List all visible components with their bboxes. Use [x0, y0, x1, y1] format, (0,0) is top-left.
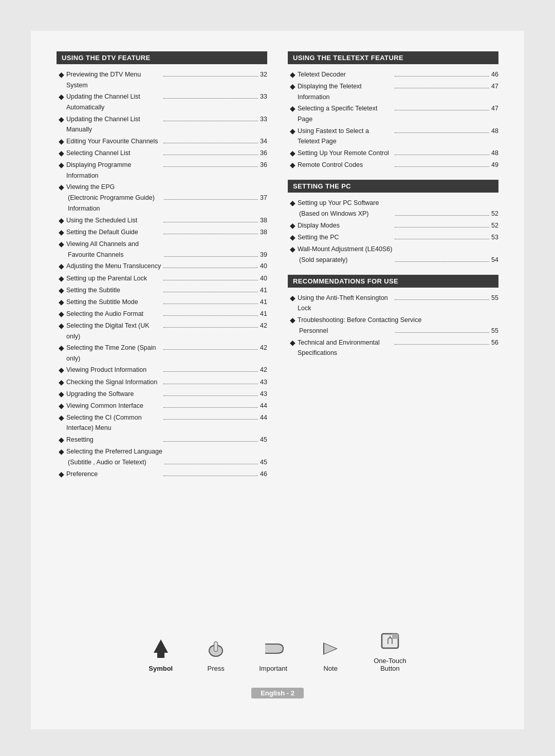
toc-page-num: 41	[260, 285, 267, 296]
footer-note: Note	[318, 636, 343, 672]
toc-item-text: Selecting the CI (Common Interface) Menu	[66, 412, 161, 433]
toc-item: ◆Setting the Default Guide38	[57, 226, 267, 238]
note-label: Note	[323, 665, 337, 672]
teletext-items: ◆Teletext Decoder46◆Displaying the Telet…	[288, 68, 498, 171]
bullet-icon: ◆	[290, 81, 295, 92]
toc-sub-item: (Electronic Programme Guide) Information…	[68, 193, 267, 214]
toc-page-num: 36	[260, 160, 267, 171]
toc-item-text: Remote Control Codes	[298, 160, 393, 171]
bullet-icon: ◆	[290, 292, 295, 304]
toc-page-num: 45	[260, 434, 267, 445]
toc-item: ◆Technical and Environmental Specificati…	[288, 336, 498, 358]
toc-page-num: 33	[260, 91, 267, 102]
toc-page-num: 55	[491, 293, 498, 304]
page: USING THE DTV FEATURE ◆Previewing the DT…	[31, 31, 524, 729]
toc-sub-item: (Sold separately)54	[299, 255, 498, 266]
toc-page-num: 48	[491, 148, 498, 159]
svg-rect-8	[393, 634, 398, 638]
section-teletext-header: USING THE TELETEXT FEATURE	[288, 51, 498, 64]
toc-page-num: 55	[491, 326, 498, 336]
toc-item-text: Setting the Subtitle	[66, 285, 161, 296]
toc-item-text: Displaying Programme Information	[66, 160, 161, 181]
toc-item-text: Selecting the Audio Format	[66, 309, 161, 319]
toc-item: ◆Adjusting the Menu Translucency40	[57, 260, 267, 272]
footer-important: Important	[259, 636, 287, 672]
toc-page-num: 36	[260, 148, 267, 159]
toc-sub-item: (Subtitle , Audio or Teletext)45	[68, 457, 267, 468]
toc-sub-item: (Based on Windows XP)52	[299, 209, 498, 219]
bullet-icon: ◆	[59, 114, 64, 125]
toc-page-num: 47	[491, 81, 498, 92]
toc-item: ◆Using Fastext to Select a Teletext Page…	[288, 125, 498, 147]
toc-item: ◆Wall-Mount Adjustment (LE40S6)	[288, 243, 498, 255]
toc-item: ◆Resetting45	[57, 433, 267, 445]
toc-item: ◆Selecting the Digital Text (UK only)42	[57, 319, 267, 342]
bullet-icon: ◆	[59, 434, 64, 446]
toc-page-num: 56	[491, 337, 498, 348]
toc-item: ◆Using the Anti-Theft Kensington Lock55	[288, 292, 498, 314]
toc-item: ◆Displaying Programme Information36	[57, 159, 267, 181]
section-pc: SETTING THE PC ◆Setting up Your PC Softw…	[288, 180, 498, 266]
toc-item: ◆Selecting the CI (Common Interface) Men…	[57, 411, 267, 433]
section-teletext: USING THE TELETEXT FEATURE ◆Teletext Dec…	[288, 51, 498, 171]
toc-item-text: Using Fastext to Select a Teletext Page	[298, 126, 393, 147]
toc-page-num: 45	[260, 457, 267, 468]
bullet-icon: ◆	[59, 159, 64, 171]
toc-item: ◆Viewing Common Interface44	[57, 400, 267, 411]
right-column: USING THE TELETEXT FEATURE ◆Teletext Dec…	[288, 51, 498, 489]
bullet-icon: ◆	[290, 337, 295, 349]
toc-item-text: Setting the Subtitle Mode	[66, 297, 161, 308]
dtv-items: ◆Previewing the DTV Menu System32◆Updati…	[57, 68, 267, 480]
section-dtv: USING THE DTV FEATURE ◆Previewing the DT…	[57, 51, 267, 480]
toc-item-text: Setting the PC	[298, 232, 393, 243]
bullet-icon: ◆	[59, 308, 64, 320]
section-recommendations: RECOMMENDATIONS FOR USE ◆Using the Anti-…	[288, 275, 498, 358]
bullet-icon: ◆	[59, 147, 64, 159]
toc-item-text: Resetting	[66, 434, 161, 445]
bullet-icon: ◆	[59, 400, 64, 412]
toc-page-num: 42	[260, 365, 267, 375]
bullet-icon: ◆	[290, 243, 295, 255]
bullet-icon: ◆	[59, 181, 64, 193]
toc-page-num: 43	[260, 389, 267, 400]
note-icon	[318, 636, 343, 662]
toc-item: ◆Displaying the Teletext Information47	[288, 80, 498, 102]
arrow-up-icon	[154, 636, 168, 662]
toc-item: ◆Using the Scheduled List38	[57, 214, 267, 226]
toc-item-text: Viewing Product Information	[66, 365, 161, 375]
bullet-icon: ◆	[59, 376, 64, 388]
toc-item-text: Personnel	[299, 326, 393, 336]
bullet-icon: ◆	[59, 226, 64, 238]
toc-item-text: Selecting the Preferred Language	[66, 446, 267, 457]
toc-item-text: Using the Scheduled List	[66, 215, 161, 226]
toc-page-num: 44	[260, 401, 267, 411]
svg-marker-5	[324, 644, 336, 654]
toc-item-text: Using the Anti-Theft Kensington Lock	[298, 293, 393, 314]
toc-item: ◆Setting up the Parental Lock40	[57, 272, 267, 284]
toc-item-text: Adjusting the Menu Translucency	[66, 261, 161, 272]
toc-page-num: 44	[260, 412, 267, 423]
toc-item-text: Display Modes	[298, 220, 393, 231]
bullet-icon: ◆	[290, 220, 295, 232]
toc-item-text: Editing Your Favourite Channels	[66, 136, 161, 147]
bullet-icon: ◆	[290, 125, 295, 137]
toc-item-text: Preference	[66, 469, 161, 480]
bullet-icon: ◆	[59, 238, 64, 250]
toc-page-num: 49	[491, 160, 498, 171]
page-footer: English - 2	[57, 688, 498, 698]
toc-page-num: 37	[260, 193, 267, 203]
toc-item-text: Viewing Common Interface	[66, 401, 161, 411]
important-icon	[261, 636, 286, 662]
toc-page-num: 41	[260, 297, 267, 308]
onetouch-label: One-TouchButton	[374, 657, 406, 672]
toc-item-text: (Based on Windows XP)	[299, 209, 393, 219]
toc-page-num: 38	[260, 227, 267, 238]
svg-rect-3	[214, 642, 217, 651]
toc-page-num: 53	[491, 232, 498, 243]
toc-sub-item: Favourite Channels39	[68, 250, 267, 260]
bullet-icon: ◆	[59, 388, 64, 400]
toc-page-num: 39	[260, 250, 267, 260]
toc-item-text: (Electronic Programme Guide) Information	[68, 193, 162, 214]
toc-item: ◆Checking the Signal Information43	[57, 376, 267, 388]
toc-page-num: 40	[260, 273, 267, 284]
